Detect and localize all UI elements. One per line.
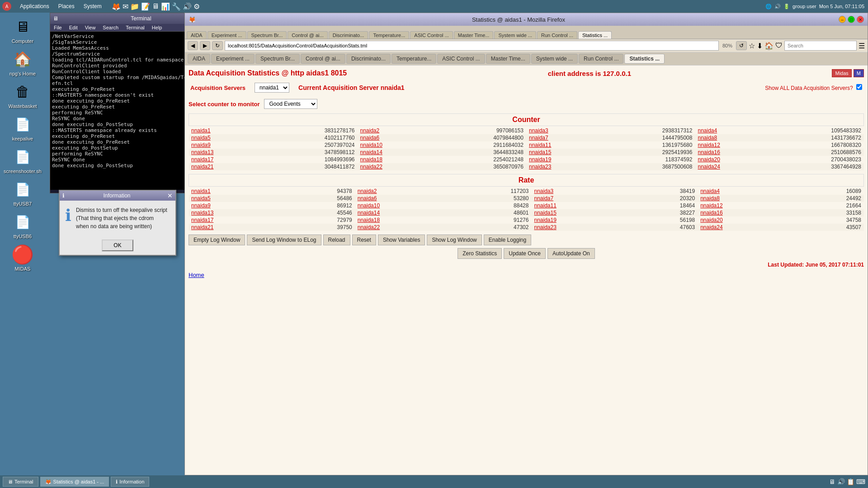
dialog-body: ℹ Dismiss to turn off the keepalive scri… [60,201,175,236]
dialog-titlebar: ℹ Information ✕ [60,191,175,201]
dialog-close-button[interactable]: ✕ [167,192,173,199]
dialog-overlay: ℹ Information ✕ ℹ Dismiss to turn off th… [0,0,868,488]
dialog-info-icon: ℹ [62,192,65,199]
dialog-footer: OK [60,236,175,255]
dialog-title: Information [66,192,167,199]
dialog-message: Dismiss to turn off the keepalive script… [76,206,167,230]
information-dialog: ℹ Information ✕ ℹ Dismiss to turn off th… [59,190,176,256]
dialog-body-icon: ℹ [65,206,71,225]
dialog-ok-button[interactable]: OK [102,239,133,251]
desktop: A Applications Places System 🦊 ✉ 📁 📝 🖥 📊… [0,0,868,488]
